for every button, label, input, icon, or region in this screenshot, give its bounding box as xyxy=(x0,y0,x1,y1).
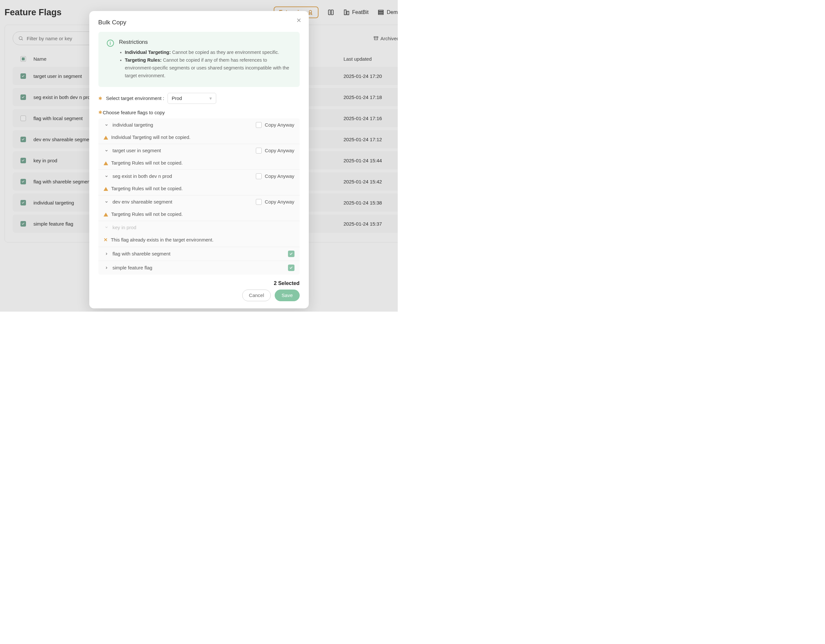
flag-copy-item: key in prod✕This flag already exists in … xyxy=(98,221,300,247)
chevron-right-icon xyxy=(104,266,110,270)
modal-footer: Cancel Save xyxy=(98,290,300,301)
flag-item-header[interactable]: target user in segmentCopy Anyway xyxy=(98,144,300,157)
modal-overlay: Bulk Copy i Restrictions Individual Targ… xyxy=(0,0,398,312)
selected-checkbox[interactable] xyxy=(288,264,295,271)
flag-copy-item: seg exist in both dev n prodCopy AnywayT… xyxy=(98,170,300,195)
copy-anyway-label: Copy Anyway xyxy=(265,173,295,179)
flag-item-header[interactable]: seg exist in both dev n prodCopy Anyway xyxy=(98,170,300,183)
selected-count: 2 Selected xyxy=(98,280,300,286)
copy-anyway-checkbox[interactable] xyxy=(256,173,262,179)
flag-item-header[interactable]: individual targetingCopy Anyway xyxy=(98,119,300,131)
chevron-right-icon xyxy=(104,252,110,256)
info-icon: i xyxy=(107,40,114,47)
flag-item-warning: Individual Targeting will not be copied. xyxy=(98,131,300,144)
copy-anyway-label: Copy Anyway xyxy=(265,122,295,128)
warning-icon xyxy=(104,187,108,191)
close-button[interactable] xyxy=(296,17,301,23)
chevron-down-icon: ▾ xyxy=(209,96,212,101)
flag-item-name: seg exist in both dev n prod xyxy=(113,173,256,179)
copy-anyway-label: Copy Anyway xyxy=(265,199,295,204)
cancel-button[interactable]: Cancel xyxy=(242,290,271,301)
restrictions-body: Restrictions Individual Targeting: Canno… xyxy=(119,39,292,80)
warning-text: Targeting Rules will not be copied. xyxy=(111,186,183,191)
flag-copy-item: flag with shareble segment xyxy=(98,247,300,261)
warning-icon xyxy=(104,136,108,140)
chevron-down-icon xyxy=(104,149,110,153)
copy-anyway[interactable]: Copy Anyway xyxy=(256,122,295,128)
chevron-down-icon xyxy=(104,174,110,178)
flag-item-header[interactable]: simple feature flag xyxy=(98,261,300,275)
flag-copy-item: dev env shareable segmentCopy AnywayTarg… xyxy=(98,195,300,221)
warning-text: Targeting Rules will not be copied. xyxy=(111,212,183,217)
warning-text: Individual Targeting will not be copied. xyxy=(111,135,191,140)
flag-item-header[interactable]: key in prod xyxy=(98,221,300,234)
restrictions-box: i Restrictions Individual Targeting: Can… xyxy=(98,32,300,87)
warning-text: This flag already exists in the target e… xyxy=(111,237,214,242)
copy-anyway[interactable]: Copy Anyway xyxy=(256,199,295,205)
env-select-row: ✱ Select target environment : Prod ▾ xyxy=(98,93,300,104)
flag-copy-list: individual targetingCopy AnywayIndividua… xyxy=(98,119,300,275)
flag-item-warning: Targeting Rules will not be copied. xyxy=(98,208,300,221)
flag-item-name: flag with shareble segment xyxy=(113,251,288,256)
flag-item-warning: Targeting Rules will not be copied. xyxy=(98,183,300,195)
flag-item-header[interactable]: flag with shareble segment xyxy=(98,247,300,261)
copy-anyway[interactable]: Copy Anyway xyxy=(256,148,295,153)
flag-item-name: dev env shareable segment xyxy=(113,199,256,204)
chevron-down-icon xyxy=(104,200,110,204)
required-star-icon: ✱ xyxy=(98,110,102,115)
flag-item-warning: ✕This flag already exists in the target … xyxy=(98,234,300,247)
bulk-copy-modal: Bulk Copy i Restrictions Individual Targ… xyxy=(89,11,309,308)
warning-icon xyxy=(104,161,108,165)
required-star-icon: ✱ xyxy=(98,96,102,101)
flag-item-header[interactable]: dev env shareable segmentCopy Anyway xyxy=(98,195,300,208)
restriction-item: Individual Targeting: Cannot be copied a… xyxy=(125,49,292,57)
chevron-down-icon xyxy=(104,225,110,229)
copy-anyway[interactable]: Copy Anyway xyxy=(256,173,295,179)
warning-text: Targeting Rules will not be copied. xyxy=(111,161,183,165)
close-icon xyxy=(296,17,301,23)
env-value: Prod xyxy=(172,96,182,101)
modal-title: Bulk Copy xyxy=(98,19,300,26)
flag-copy-item: individual targetingCopy AnywayIndividua… xyxy=(98,119,300,144)
selected-checkbox[interactable] xyxy=(288,250,295,257)
restriction-item: Targeting Rules: Cannot be copied if any… xyxy=(125,57,292,80)
error-icon: ✕ xyxy=(104,237,108,243)
copy-anyway-label: Copy Anyway xyxy=(265,148,295,153)
save-button[interactable]: Save xyxy=(275,290,299,301)
chevron-down-icon xyxy=(104,123,110,127)
warning-icon xyxy=(104,213,108,216)
env-select[interactable]: Prod ▾ xyxy=(168,93,216,104)
flag-item-warning: Targeting Rules will not be copied. xyxy=(98,157,300,170)
flag-item-name: simple feature flag xyxy=(113,265,288,270)
flag-copy-item: simple feature flag xyxy=(98,261,300,275)
copy-anyway-checkbox[interactable] xyxy=(256,122,262,128)
flag-item-name: target user in segment xyxy=(113,148,256,153)
copy-anyway-checkbox[interactable] xyxy=(256,199,262,205)
flag-item-name: individual targeting xyxy=(113,122,256,128)
choose-label: ✱ Choose feature flags to copy xyxy=(98,110,300,115)
copy-anyway-checkbox[interactable] xyxy=(256,148,262,153)
flag-copy-item: target user in segmentCopy AnywayTargeti… xyxy=(98,144,300,170)
restrictions-heading: Restrictions xyxy=(119,39,292,45)
env-label: Select target environment : xyxy=(106,96,164,101)
flag-item-name: key in prod xyxy=(113,225,295,230)
